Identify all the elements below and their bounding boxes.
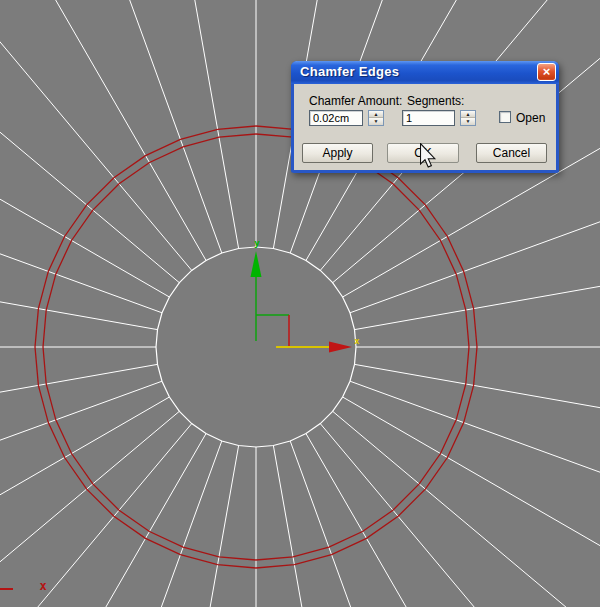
segments-input[interactable]	[402, 110, 455, 126]
dialog-title: Chamfer Edges	[300, 64, 399, 79]
mouse-cursor-icon	[420, 143, 438, 169]
close-button[interactable]: ×	[537, 63, 556, 81]
open-checkbox[interactable]	[499, 111, 511, 123]
chamfer-amount-spinner: ▲ ▼	[368, 110, 384, 126]
spinner-up-button[interactable]: ▲	[461, 111, 475, 118]
3d-viewport[interactable]: yxx Chamfer Edges × Chamfer Amount: Segm…	[0, 0, 600, 607]
cancel-button[interactable]: Cancel	[476, 143, 547, 163]
chamfer-amount-label: Chamfer Amount:	[309, 94, 402, 108]
spinner-up-icon: ▲	[374, 112, 379, 117]
apply-button[interactable]: Apply	[302, 143, 373, 163]
close-icon: ×	[543, 64, 551, 79]
spinner-up-button[interactable]: ▲	[369, 111, 383, 118]
spinner-down-button[interactable]: ▼	[369, 118, 383, 125]
dialog-titlebar[interactable]: Chamfer Edges ×	[291, 61, 559, 84]
segments-spinner: ▲ ▼	[460, 110, 476, 126]
spinner-down-icon: ▼	[466, 119, 471, 124]
chamfer-amount-input[interactable]	[309, 110, 363, 126]
svg-text:x: x	[354, 336, 360, 346]
spinner-down-icon: ▼	[374, 119, 379, 124]
spinner-up-icon: ▲	[466, 112, 471, 117]
open-label: Open	[516, 111, 545, 125]
segments-label: Segments:	[407, 94, 464, 108]
spinner-down-button[interactable]: ▼	[461, 118, 475, 125]
svg-text:x: x	[39, 579, 46, 593]
svg-text:y: y	[254, 238, 260, 248]
